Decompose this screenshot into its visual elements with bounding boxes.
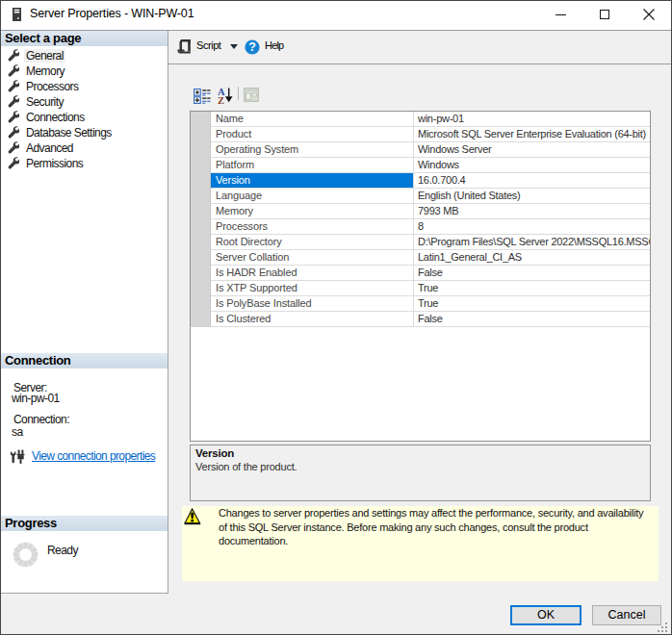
svg-text:?: ?: [248, 40, 256, 54]
